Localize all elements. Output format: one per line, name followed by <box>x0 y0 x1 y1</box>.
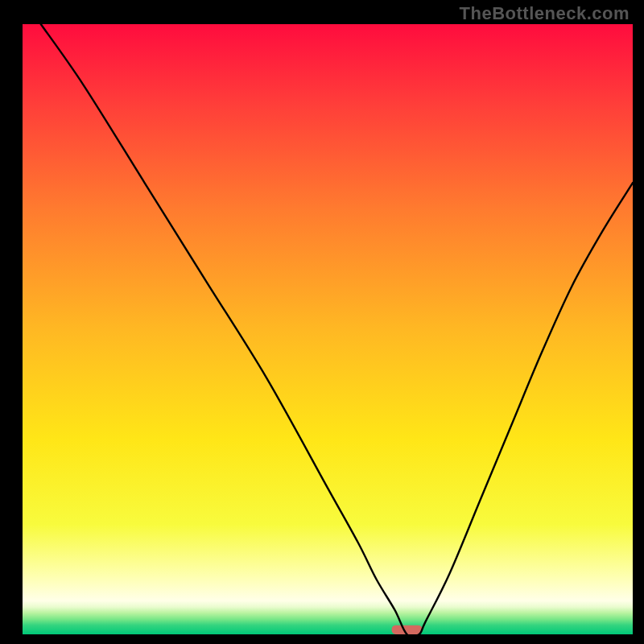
chart-svg <box>0 0 644 644</box>
bottleneck-chart: TheBottleneck.com <box>0 0 644 644</box>
watermark-text: TheBottleneck.com <box>460 3 630 24</box>
plot-background <box>23 24 633 634</box>
